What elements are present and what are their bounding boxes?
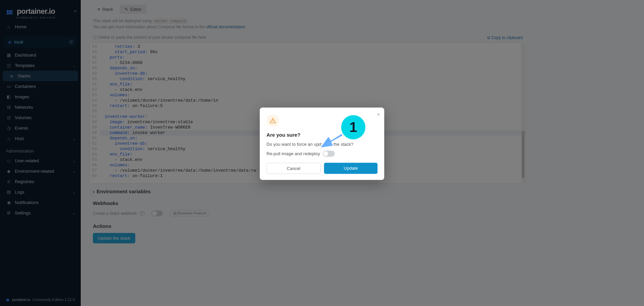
dialog-title: Are you sure? xyxy=(266,132,378,137)
confirm-dialog: × Are you sure? Do you want to force an … xyxy=(260,107,384,180)
dialog-close-icon[interactable]: × xyxy=(377,111,380,118)
repull-toggle-label: Re-pull image and redeploy xyxy=(266,151,320,156)
warning-icon xyxy=(266,114,279,127)
svg-point-7 xyxy=(273,122,273,122)
repull-toggle-row: Re-pull image and redeploy xyxy=(266,150,378,157)
repull-toggle[interactable] xyxy=(323,150,335,157)
cancel-button[interactable]: Cancel xyxy=(266,163,321,174)
dialog-body: Do you want to force an update of the st… xyxy=(266,141,378,146)
update-button[interactable]: Update xyxy=(324,163,378,174)
